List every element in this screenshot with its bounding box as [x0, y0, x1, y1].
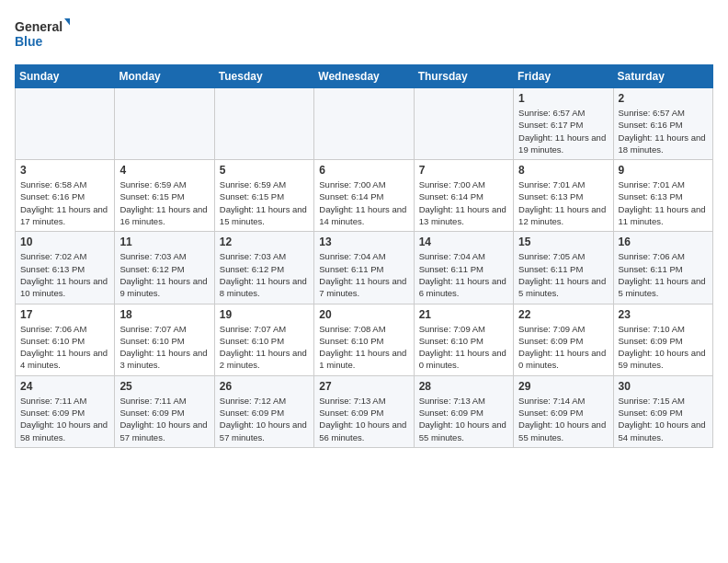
page-header: General Blue — [15, 15, 713, 53]
day-number: 18 — [119, 308, 209, 321]
day-of-week-header: Wednesday — [314, 65, 414, 88]
day-number: 25 — [119, 380, 209, 393]
day-of-week-header: Thursday — [414, 65, 513, 88]
day-number: 4 — [119, 164, 209, 177]
day-number: 30 — [619, 380, 708, 393]
day-info: Sunrise: 7:04 AM Sunset: 6:11 PM Dayligh… — [319, 250, 408, 299]
day-number: 22 — [518, 308, 608, 321]
day-number: 20 — [319, 308, 408, 321]
calendar-day-cell: 19Sunrise: 7:07 AM Sunset: 6:10 PM Dayli… — [214, 304, 313, 375]
calendar-day-cell: 17Sunrise: 7:06 AM Sunset: 6:10 PM Dayli… — [16, 304, 115, 375]
day-of-week-header: Sunday — [16, 65, 115, 88]
day-number: 6 — [319, 164, 408, 177]
day-info: Sunrise: 7:00 AM Sunset: 6:14 PM Dayligh… — [419, 178, 508, 227]
calendar-day-cell: 15Sunrise: 7:05 AM Sunset: 6:11 PM Dayli… — [514, 232, 613, 304]
calendar-day-cell: 20Sunrise: 7:08 AM Sunset: 6:10 PM Dayli… — [314, 304, 414, 375]
day-info: Sunrise: 7:05 AM Sunset: 6:11 PM Dayligh… — [518, 250, 608, 299]
calendar-day-cell — [115, 88, 214, 160]
day-number: 28 — [419, 380, 508, 393]
day-number: 29 — [518, 380, 608, 393]
day-info: Sunrise: 7:06 AM Sunset: 6:11 PM Dayligh… — [619, 250, 708, 299]
calendar-day-cell: 11Sunrise: 7:03 AM Sunset: 6:12 PM Dayli… — [115, 232, 214, 304]
calendar-day-cell: 23Sunrise: 7:10 AM Sunset: 6:09 PM Dayli… — [613, 304, 712, 375]
day-info: Sunrise: 7:08 AM Sunset: 6:10 PM Dayligh… — [319, 323, 408, 372]
calendar-day-cell: 2Sunrise: 6:57 AM Sunset: 6:16 PM Daylig… — [613, 88, 712, 160]
day-info: Sunrise: 7:06 AM Sunset: 6:10 PM Dayligh… — [20, 323, 109, 372]
day-of-week-header: Tuesday — [214, 65, 313, 88]
calendar-day-cell — [16, 88, 115, 160]
calendar-day-cell: 14Sunrise: 7:04 AM Sunset: 6:11 PM Dayli… — [414, 232, 513, 304]
calendar-day-cell: 24Sunrise: 7:11 AM Sunset: 6:09 PM Dayli… — [16, 375, 115, 447]
day-info: Sunrise: 7:13 AM Sunset: 6:09 PM Dayligh… — [319, 395, 408, 443]
day-info: Sunrise: 6:58 AM Sunset: 6:16 PM Dayligh… — [20, 178, 109, 227]
day-info: Sunrise: 7:13 AM Sunset: 6:09 PM Dayligh… — [419, 395, 508, 443]
calendar-day-cell: 21Sunrise: 7:09 AM Sunset: 6:10 PM Dayli… — [414, 304, 513, 375]
day-of-week-header: Monday — [115, 65, 214, 88]
logo: General Blue — [15, 15, 70, 53]
calendar-table: SundayMondayTuesdayWednesdayThursdayFrid… — [15, 64, 713, 448]
calendar-day-cell: 7Sunrise: 7:00 AM Sunset: 6:14 PM Daylig… — [414, 160, 513, 232]
calendar-week-row: 10Sunrise: 7:02 AM Sunset: 6:13 PM Dayli… — [16, 232, 713, 304]
day-number: 8 — [518, 164, 608, 177]
day-info: Sunrise: 6:57 AM Sunset: 6:16 PM Dayligh… — [619, 107, 708, 155]
day-info: Sunrise: 7:01 AM Sunset: 6:13 PM Dayligh… — [619, 178, 708, 227]
day-info: Sunrise: 6:57 AM Sunset: 6:17 PM Dayligh… — [518, 107, 608, 155]
calendar-day-cell: 5Sunrise: 6:59 AM Sunset: 6:15 PM Daylig… — [214, 160, 313, 232]
day-number: 23 — [619, 308, 708, 321]
svg-text:Blue: Blue — [15, 34, 43, 49]
day-number: 13 — [319, 236, 408, 248]
day-info: Sunrise: 7:14 AM Sunset: 6:09 PM Dayligh… — [518, 395, 608, 443]
day-info: Sunrise: 7:00 AM Sunset: 6:14 PM Dayligh… — [319, 178, 408, 227]
calendar-day-cell — [214, 88, 313, 160]
calendar-day-cell: 30Sunrise: 7:15 AM Sunset: 6:09 PM Dayli… — [613, 375, 712, 447]
day-number: 5 — [220, 164, 309, 177]
calendar-day-cell: 27Sunrise: 7:13 AM Sunset: 6:09 PM Dayli… — [314, 375, 414, 447]
day-info: Sunrise: 6:59 AM Sunset: 6:15 PM Dayligh… — [220, 178, 309, 227]
calendar-day-cell: 12Sunrise: 7:03 AM Sunset: 6:12 PM Dayli… — [214, 232, 313, 304]
day-number: 17 — [20, 308, 109, 321]
day-info: Sunrise: 7:10 AM Sunset: 6:09 PM Dayligh… — [619, 323, 708, 372]
calendar-day-cell: 28Sunrise: 7:13 AM Sunset: 6:09 PM Dayli… — [414, 375, 513, 447]
svg-marker-2 — [64, 18, 70, 28]
calendar-day-cell: 22Sunrise: 7:09 AM Sunset: 6:09 PM Dayli… — [514, 304, 613, 375]
day-info: Sunrise: 7:11 AM Sunset: 6:09 PM Dayligh… — [119, 395, 209, 443]
calendar-week-row: 3Sunrise: 6:58 AM Sunset: 6:16 PM Daylig… — [16, 160, 713, 232]
day-number: 11 — [119, 236, 209, 248]
day-number: 9 — [619, 164, 708, 177]
day-of-week-header: Saturday — [613, 65, 712, 88]
day-info: Sunrise: 7:03 AM Sunset: 6:12 PM Dayligh… — [119, 250, 209, 299]
day-info: Sunrise: 7:02 AM Sunset: 6:13 PM Dayligh… — [20, 250, 109, 299]
day-number: 2 — [619, 92, 708, 105]
calendar-day-cell: 3Sunrise: 6:58 AM Sunset: 6:16 PM Daylig… — [16, 160, 115, 232]
calendar-week-row: 1Sunrise: 6:57 AM Sunset: 6:17 PM Daylig… — [16, 88, 713, 160]
day-number: 19 — [220, 308, 309, 321]
day-number: 12 — [220, 236, 309, 248]
calendar-week-row: 24Sunrise: 7:11 AM Sunset: 6:09 PM Dayli… — [16, 375, 713, 447]
day-info: Sunrise: 7:07 AM Sunset: 6:10 PM Dayligh… — [220, 323, 309, 372]
day-info: Sunrise: 7:09 AM Sunset: 6:10 PM Dayligh… — [419, 323, 508, 372]
calendar-day-cell: 10Sunrise: 7:02 AM Sunset: 6:13 PM Dayli… — [16, 232, 115, 304]
calendar-day-cell: 4Sunrise: 6:59 AM Sunset: 6:15 PM Daylig… — [115, 160, 214, 232]
day-number: 10 — [20, 236, 109, 248]
day-info: Sunrise: 7:07 AM Sunset: 6:10 PM Dayligh… — [119, 323, 209, 372]
day-number: 27 — [319, 380, 408, 393]
day-info: Sunrise: 7:12 AM Sunset: 6:09 PM Dayligh… — [220, 395, 309, 443]
day-number: 3 — [20, 164, 109, 177]
calendar-day-cell: 13Sunrise: 7:04 AM Sunset: 6:11 PM Dayli… — [314, 232, 414, 304]
calendar-day-cell: 26Sunrise: 7:12 AM Sunset: 6:09 PM Dayli… — [214, 375, 313, 447]
calendar-day-cell: 18Sunrise: 7:07 AM Sunset: 6:10 PM Dayli… — [115, 304, 214, 375]
logo-svg: General Blue — [15, 15, 70, 53]
day-info: Sunrise: 7:09 AM Sunset: 6:09 PM Dayligh… — [518, 323, 608, 372]
day-number: 14 — [419, 236, 508, 248]
calendar-day-cell: 1Sunrise: 6:57 AM Sunset: 6:17 PM Daylig… — [514, 88, 613, 160]
day-info: Sunrise: 7:01 AM Sunset: 6:13 PM Dayligh… — [518, 178, 608, 227]
day-number: 24 — [20, 380, 109, 393]
day-number: 16 — [619, 236, 708, 248]
calendar-day-cell: 9Sunrise: 7:01 AM Sunset: 6:13 PM Daylig… — [613, 160, 712, 232]
calendar-day-cell — [414, 88, 513, 160]
day-number: 7 — [419, 164, 508, 177]
day-of-week-header: Friday — [514, 65, 613, 88]
calendar-day-cell: 25Sunrise: 7:11 AM Sunset: 6:09 PM Dayli… — [115, 375, 214, 447]
day-number: 1 — [518, 92, 608, 105]
day-info: Sunrise: 7:04 AM Sunset: 6:11 PM Dayligh… — [419, 250, 508, 299]
